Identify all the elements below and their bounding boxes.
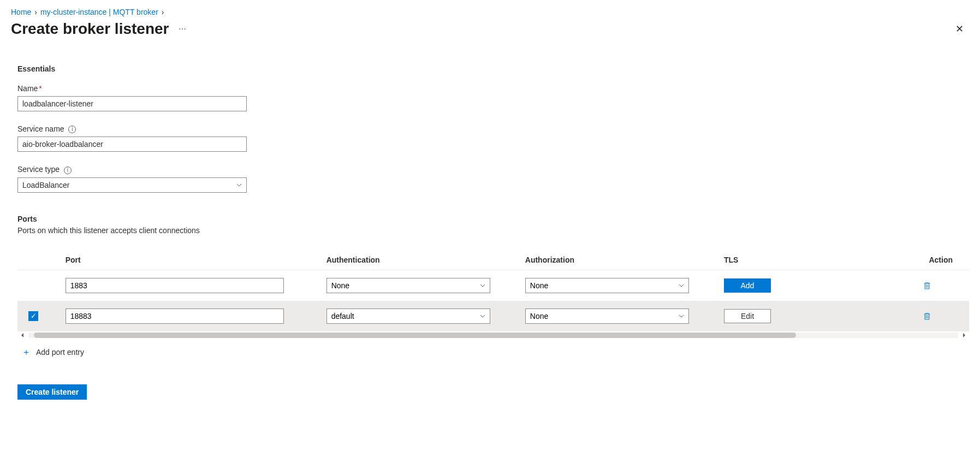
close-icon[interactable]: ✕ bbox=[950, 20, 969, 38]
service-type-label-text: Service type bbox=[17, 165, 60, 174]
breadcrumb-home[interactable]: Home bbox=[11, 8, 31, 16]
horizontal-scrollbar[interactable] bbox=[17, 333, 969, 338]
ports-description: Ports on which this listener accepts cli… bbox=[17, 226, 969, 235]
service-type-select[interactable] bbox=[17, 177, 247, 193]
scroll-track[interactable] bbox=[28, 333, 958, 338]
create-listener-button[interactable]: Create listener bbox=[17, 384, 87, 400]
service-type-label: Service type i bbox=[17, 165, 969, 174]
add-port-entry-button[interactable]: ＋ Add port entry bbox=[17, 347, 84, 358]
service-name-input[interactable] bbox=[17, 136, 247, 152]
col-port: Port bbox=[61, 250, 322, 270]
port-input[interactable] bbox=[66, 308, 284, 324]
authentication-select[interactable] bbox=[326, 278, 490, 293]
breadcrumb: Home › my-cluster-instance | MQTT broker… bbox=[11, 8, 969, 16]
service-name-label: Service name i bbox=[17, 124, 969, 133]
table-row: Add bbox=[17, 270, 969, 301]
scroll-thumb[interactable] bbox=[34, 333, 796, 338]
port-input[interactable] bbox=[66, 278, 284, 293]
add-port-entry-label: Add port entry bbox=[36, 348, 84, 357]
delete-icon[interactable] bbox=[923, 281, 953, 290]
col-tls: TLS bbox=[720, 250, 918, 270]
chevron-right-icon: › bbox=[34, 8, 37, 16]
page-title: Create broker listener bbox=[11, 20, 169, 38]
chevron-right-icon: › bbox=[162, 8, 164, 16]
more-icon[interactable]: ⋯ bbox=[176, 22, 189, 35]
scroll-left-icon[interactable] bbox=[17, 333, 27, 338]
essentials-heading: Essentials bbox=[17, 64, 969, 73]
col-checkbox bbox=[17, 250, 61, 270]
scroll-right-icon[interactable] bbox=[959, 333, 969, 338]
authentication-select[interactable] bbox=[326, 308, 490, 324]
tls-add-button[interactable]: Add bbox=[724, 278, 771, 293]
info-icon[interactable]: i bbox=[68, 126, 76, 133]
tls-edit-button[interactable]: Edit bbox=[724, 309, 771, 323]
chevron-down-icon bbox=[479, 282, 486, 289]
name-label-text: Name bbox=[17, 84, 38, 93]
delete-icon[interactable] bbox=[923, 312, 953, 320]
ports-heading: Ports bbox=[17, 215, 969, 223]
chevron-down-icon bbox=[678, 313, 685, 319]
info-icon[interactable]: i bbox=[64, 167, 72, 174]
row-checkbox[interactable]: ✓ bbox=[28, 311, 38, 321]
col-authentication: Authentication bbox=[322, 250, 521, 270]
required-asterisk: * bbox=[39, 84, 41, 93]
table-row: ✓ bbox=[17, 301, 969, 331]
authorization-select[interactable] bbox=[525, 278, 689, 293]
name-label: Name* bbox=[17, 84, 969, 93]
chevron-down-icon bbox=[678, 282, 685, 289]
col-action: Action bbox=[918, 250, 969, 270]
chevron-down-icon bbox=[479, 313, 486, 319]
ports-table: Port Authentication Authorization TLS Ac… bbox=[17, 250, 969, 331]
col-authorization: Authorization bbox=[521, 250, 720, 270]
plus-icon: ＋ bbox=[22, 347, 31, 358]
authorization-select[interactable] bbox=[525, 308, 689, 324]
breadcrumb-cluster[interactable]: my-cluster-instance | MQTT broker bbox=[40, 8, 158, 16]
service-name-label-text: Service name bbox=[17, 124, 64, 133]
name-input[interactable] bbox=[17, 96, 247, 111]
